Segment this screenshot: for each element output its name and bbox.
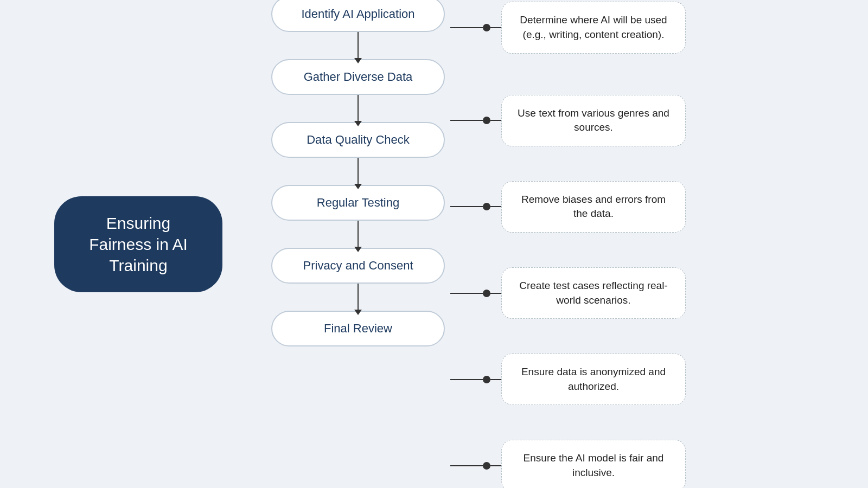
info-row-0: Determine where AI will be used (e.g., w… bbox=[450, 2, 686, 53]
node-identify: Identify AI Application bbox=[271, 0, 445, 32]
title-text: Ensuring Fairness in AI Training bbox=[89, 214, 188, 274]
node-gather: Gather Diverse Data bbox=[271, 59, 445, 95]
info-box-0: Determine where AI will be used (e.g., w… bbox=[501, 2, 686, 53]
info-box-5: Ensure the AI model is fair and inclusiv… bbox=[501, 440, 686, 488]
node-privacy: Privacy and Consent bbox=[271, 248, 445, 284]
nodes-column: Identify AI Application Gather Diverse D… bbox=[266, 0, 450, 346]
info-row-4: Ensure data is anonymized and authorized… bbox=[450, 354, 686, 405]
spacer-5 bbox=[450, 405, 686, 440]
dot-1 bbox=[483, 117, 490, 124]
info-row-3: Create test cases reflecting real-world … bbox=[450, 267, 686, 319]
info-box-4: Ensure data is anonymized and authorized… bbox=[501, 354, 686, 405]
node-testing: Regular Testing bbox=[271, 185, 445, 221]
info-row-2: Remove biases and errors from the data. bbox=[450, 181, 686, 233]
spacer-3 bbox=[450, 233, 686, 267]
diagram-container: Ensuring Fairness in AI Training Identif… bbox=[54, 11, 814, 477]
arrow-4 bbox=[358, 221, 359, 248]
spacer-1 bbox=[450, 54, 686, 95]
info-column: Determine where AI will be used (e.g., w… bbox=[450, 0, 686, 488]
info-box-3: Create test cases reflecting real-world … bbox=[501, 267, 686, 319]
arrow-5 bbox=[358, 284, 359, 311]
info-row-1: Use text from various genres and sources… bbox=[450, 95, 686, 146]
main-flow: Identify AI Application Gather Diverse D… bbox=[266, 0, 686, 488]
info-box-2: Remove biases and errors from the data. bbox=[501, 181, 686, 233]
spacer-4 bbox=[450, 319, 686, 354]
arrow-3 bbox=[358, 158, 359, 185]
dot-0 bbox=[483, 24, 490, 31]
info-row-5: Ensure the AI model is fair and inclusiv… bbox=[450, 440, 686, 488]
node-review: Final Review bbox=[271, 311, 445, 346]
arrow-1 bbox=[358, 32, 359, 59]
dot-2 bbox=[483, 203, 490, 210]
dot-4 bbox=[483, 376, 490, 383]
info-box-1: Use text from various genres and sources… bbox=[501, 95, 686, 146]
node-quality: Data Quality Check bbox=[271, 122, 445, 158]
dot-3 bbox=[483, 290, 490, 297]
title-badge: Ensuring Fairness in AI Training bbox=[54, 196, 222, 292]
dot-5 bbox=[483, 462, 490, 470]
arrow-2 bbox=[358, 95, 359, 122]
spacer-2 bbox=[450, 146, 686, 181]
